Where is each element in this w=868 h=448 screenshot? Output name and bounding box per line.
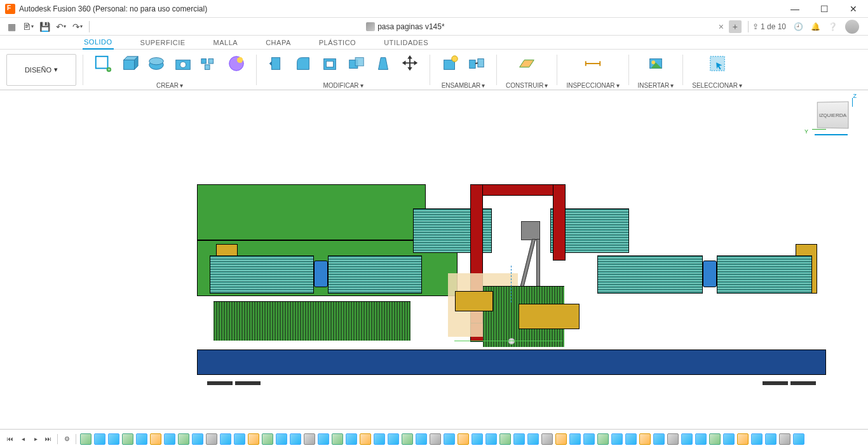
timeline-feature[interactable]: [737, 433, 749, 445]
timeline-feature[interactable]: [513, 433, 525, 445]
timeline-feature[interactable]: [248, 433, 259, 445]
timeline-feature[interactable]: [332, 433, 343, 445]
viewport-3d[interactable]: Z IZQUIERDA Y: [0, 90, 868, 429]
timeline-feature[interactable]: [485, 433, 497, 445]
tab-add-button[interactable]: +: [729, 20, 742, 33]
component-icon[interactable]: [439, 53, 461, 74]
tab-malla[interactable]: MALLA: [212, 36, 240, 49]
shell-icon[interactable]: [319, 53, 341, 74]
timeline-feature[interactable]: [374, 433, 385, 445]
timeline-feature[interactable]: [667, 433, 679, 445]
timeline-feature[interactable]: [430, 433, 441, 445]
group-label-crear[interactable]: CREAR▾: [156, 82, 183, 89]
timeline-feature[interactable]: [597, 433, 609, 445]
tab-close-button[interactable]: ×: [719, 22, 724, 32]
timeline-feature[interactable]: [220, 433, 231, 445]
timeline-feature[interactable]: [793, 433, 804, 445]
timeline-feature[interactable]: [569, 433, 581, 445]
timeline-play[interactable]: ▸: [31, 434, 41, 444]
notifications-icon[interactable]: 🔔: [811, 22, 820, 31]
timeline-feature[interactable]: [262, 433, 273, 445]
maximize-button[interactable]: ☐: [810, 0, 839, 18]
presspull-icon[interactable]: [266, 53, 287, 74]
timeline-feature[interactable]: [471, 433, 483, 445]
revolve-icon[interactable]: [146, 53, 167, 74]
select-icon[interactable]: [707, 53, 728, 74]
workspace-selector[interactable]: DISEÑO ▾: [6, 54, 76, 86]
measure-icon[interactable]: [582, 53, 604, 74]
timeline-feature[interactable]: [723, 433, 735, 445]
timeline-feature[interactable]: [388, 433, 399, 445]
minimize-button[interactable]: —: [780, 0, 810, 18]
timeline-prev[interactable]: ◂: [18, 434, 28, 444]
timeline-feature[interactable]: [499, 433, 511, 445]
timeline-feature[interactable]: [402, 433, 413, 445]
timeline-feature[interactable]: [555, 433, 567, 445]
redo-icon[interactable]: ↷▾: [70, 19, 85, 34]
timeline-feature[interactable]: [779, 433, 790, 445]
timeline-ffwd[interactable]: ⏭: [43, 434, 53, 444]
tab-chapa[interactable]: CHAPA: [264, 36, 292, 49]
timeline-feature[interactable]: [625, 433, 637, 445]
pattern-icon[interactable]: [199, 53, 220, 74]
timeline-feature[interactable]: [80, 433, 92, 445]
form-icon[interactable]: [226, 53, 247, 74]
timeline-feature[interactable]: [304, 433, 315, 445]
timeline-feature[interactable]: [234, 433, 245, 445]
help-icon[interactable]: ❔: [828, 22, 837, 31]
close-button[interactable]: ✕: [839, 0, 868, 18]
timeline-feature[interactable]: [136, 433, 147, 445]
group-label-construir[interactable]: CONSTRUIR▾: [506, 82, 548, 89]
insert-icon[interactable]: [645, 53, 667, 74]
user-avatar[interactable]: [845, 20, 859, 34]
timeline-feature[interactable]: [122, 433, 133, 445]
undo-icon[interactable]: ↶▾: [53, 19, 69, 34]
timeline-feature[interactable]: [360, 433, 371, 445]
plane-icon[interactable]: [516, 53, 538, 74]
extrude-icon[interactable]: [119, 53, 140, 74]
clock-icon[interactable]: 🕘: [794, 22, 803, 31]
timeline-feature[interactable]: [164, 433, 175, 445]
tab-superficie[interactable]: SUPERFICIE: [139, 36, 187, 49]
timeline-feature[interactable]: [276, 433, 287, 445]
tab-utilidades[interactable]: UTILIDADES: [383, 36, 430, 49]
timeline-settings-icon[interactable]: ⚙: [62, 434, 72, 444]
save-icon[interactable]: 💾: [37, 19, 52, 34]
timeline-feature[interactable]: [639, 433, 651, 445]
timeline-feature[interactable]: [94, 433, 105, 445]
timeline-feature[interactable]: [541, 433, 553, 445]
timeline-feature[interactable]: [765, 433, 776, 445]
timeline-feature[interactable]: [416, 433, 427, 445]
combine-icon[interactable]: [346, 53, 367, 74]
tab-plastico[interactable]: PLÁSTICO: [318, 36, 357, 49]
timeline-feature[interactable]: [695, 433, 707, 445]
group-label-inspeccionar[interactable]: INSPECCIONAR▾: [566, 82, 619, 89]
timeline-feature[interactable]: [108, 433, 119, 445]
timeline-feature[interactable]: [318, 433, 329, 445]
draft-icon[interactable]: [372, 53, 394, 74]
timeline-feature[interactable]: [653, 433, 665, 445]
timeline-rewind[interactable]: ⏮: [5, 434, 15, 444]
group-label-insertar[interactable]: INSERTAR▾: [638, 82, 674, 89]
job-status[interactable]: ⇪ 1 de 10: [752, 22, 786, 31]
tab-solido[interactable]: SOLIDO: [83, 36, 114, 50]
timeline-feature[interactable]: [346, 433, 357, 445]
fillet-icon[interactable]: [292, 53, 314, 74]
timeline-feature[interactable]: [681, 433, 693, 445]
timeline-feature[interactable]: [709, 433, 721, 445]
joint-icon[interactable]: [466, 53, 487, 74]
timeline-feature[interactable]: [751, 433, 763, 445]
timeline-feature[interactable]: [458, 433, 469, 445]
timeline-feature[interactable]: [206, 433, 217, 445]
app-grid-icon[interactable]: ▦: [4, 19, 19, 34]
group-label-seleccionar[interactable]: SELECCIONAR▾: [692, 82, 742, 89]
viewcube-face[interactable]: IZQUIERDA: [817, 101, 849, 128]
file-menu-icon[interactable]: 🖹▾: [20, 19, 36, 34]
view-cube[interactable]: Z IZQUIERDA Y: [813, 97, 857, 133]
group-label-modificar[interactable]: MODIFICAR▾: [323, 82, 363, 89]
document-tab[interactable]: pasa paginas v145*: [366, 22, 444, 31]
move-icon[interactable]: [399, 53, 421, 74]
timeline-feature[interactable]: [611, 433, 623, 445]
group-label-ensamblar[interactable]: ENSAMBLAR▾: [442, 82, 485, 89]
timeline-feature[interactable]: [583, 433, 595, 445]
